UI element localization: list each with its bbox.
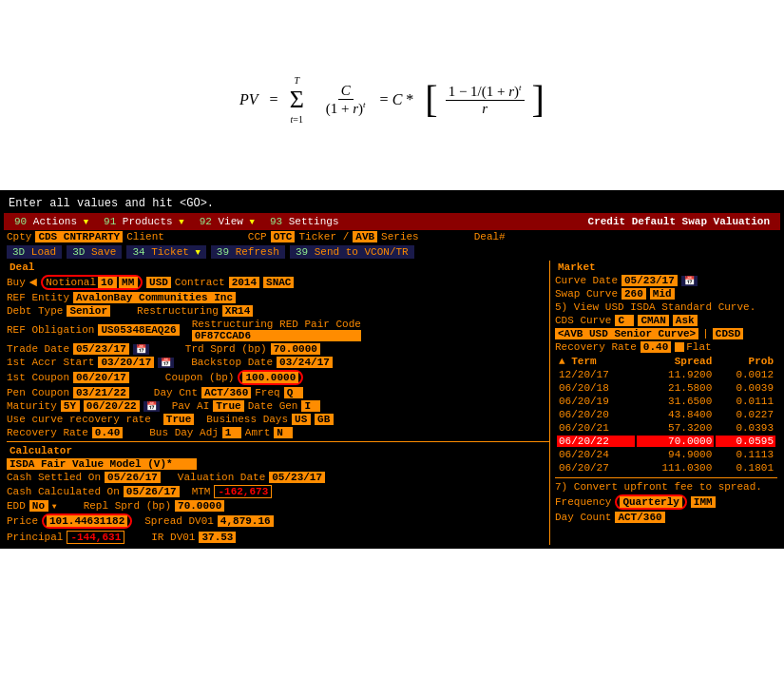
price-value[interactable]: 101.44631182 <box>47 515 127 527</box>
market-recovery-label: Recovery Rate <box>555 341 637 353</box>
view-isda-row: 5) View USD ISDA Standard Curve. <box>555 300 777 314</box>
ref-obligation-value[interactable]: US05348EAQ26 <box>98 324 179 336</box>
avb-curve-value[interactable]: <AVB USD Senior Curve> <box>555 328 698 339</box>
cash-calc-label: Cash Calculated On <box>7 486 120 497</box>
quarterly-box: Quarterly <box>615 494 686 510</box>
terminal: Enter all values and hit <GO>. 90 Action… <box>0 190 784 549</box>
curve-date-value[interactable]: 05/23/17 <box>621 275 678 286</box>
backstop-value[interactable]: 03/24/17 <box>277 357 333 368</box>
market-table: ▲ Term Spread Prob 12/20/17 11.9200 0.00… <box>555 354 777 475</box>
valuation-date-label: Valuation Date <box>178 472 265 483</box>
cds-curve-cman[interactable]: CMAN <box>638 315 668 326</box>
maturity-term[interactable]: 5Y <box>61 400 80 412</box>
mid-value[interactable]: Mid <box>650 288 675 300</box>
cash-settled-label: Cash Settled On <box>7 472 101 483</box>
bus-day-adj-value[interactable]: 1 <box>222 427 241 438</box>
menu-view[interactable]: 92 View ▼ <box>192 215 262 228</box>
prob-0: 0.0012 <box>716 369 775 380</box>
cal-icon-accr[interactable]: 📅 <box>158 358 174 368</box>
formula-display: PV = T Σ t=1 C (1 + r)t = C * [ 1 − 1/(1… <box>239 75 545 125</box>
cash-calc-value[interactable]: 05/26/17 <box>124 486 180 497</box>
edd-value[interactable]: No <box>29 500 48 512</box>
send-vcon-button[interactable]: 39 Send to VCON/TR <box>290 245 414 259</box>
first-accr-value[interactable]: 03/20/17 <box>98 357 154 368</box>
day-count-row: Day Count ACT/360 <box>555 511 777 524</box>
repl-sprd-value[interactable]: 70.0000 <box>175 500 224 512</box>
frequency-value[interactable]: Quarterly <box>620 496 681 508</box>
notional-value[interactable]: 10 <box>98 277 117 288</box>
cdsd-value[interactable]: CDSD <box>713 328 743 339</box>
cds-curve-c[interactable]: C <box>615 315 634 326</box>
market-recovery-value[interactable]: 0.40 <box>641 341 671 353</box>
trade-date-value[interactable]: 05/23/17 <box>73 343 129 355</box>
price-row: Price 101.44631182 Spread DV01 4,879.16 <box>7 513 549 530</box>
pen-coupon-value[interactable]: 03/21/22 <box>73 387 129 398</box>
coupon-value[interactable]: 100.0000 <box>242 372 298 383</box>
debt-type-value[interactable]: Senior <box>67 305 110 317</box>
cal-icon-trade[interactable]: 📅 <box>133 344 149 355</box>
cal-icon-mat[interactable]: 📅 <box>143 401 160 412</box>
market-recovery-row: Recovery Rate 0.40 Flat <box>555 340 777 354</box>
first-accr-label: 1st Accr Start <box>7 357 94 368</box>
valuation-date-value[interactable]: 05/23/17 <box>269 472 325 483</box>
model-value[interactable]: ISDA Fair Value Model (V)* <box>7 458 197 470</box>
recovery-value[interactable]: 0.40 <box>92 427 123 438</box>
cash-settled-value[interactable]: 05/26/17 <box>105 472 161 483</box>
market-row-3: 06/20/20 43.8400 0.0227 <box>557 409 775 420</box>
trd-sprd-value[interactable]: 70.0000 <box>271 343 320 355</box>
load-button[interactable]: 3D Load <box>7 245 62 259</box>
currency-value[interactable]: USD <box>146 277 171 288</box>
cpty-value[interactable]: CDS CNTRPARTY <box>35 231 123 242</box>
ref-entity-value[interactable]: AvalonBay Communities Inc <box>73 292 236 303</box>
backstop-label: Backstop Date <box>191 357 273 368</box>
date-gen-value[interactable]: I <box>301 400 320 412</box>
ccp-value[interactable]: OTC <box>271 231 296 242</box>
principal-value[interactable]: -144,631 <box>67 531 124 544</box>
snac-value[interactable]: SNAC <box>263 277 294 288</box>
use-curve-value[interactable]: True <box>163 414 194 425</box>
market-header: Market <box>555 261 777 274</box>
save-button[interactable]: 3D Save <box>67 245 122 259</box>
menu-products[interactable]: 91 Products ▼ <box>96 215 192 228</box>
convert-row: 7) Convert upfront fee to spread. <box>555 480 777 494</box>
ir-dv01-value[interactable]: 37.53 <box>199 532 236 543</box>
first-coupon-value[interactable]: 06/20/17 <box>73 372 129 383</box>
bullet-icon: ◄ <box>29 275 37 290</box>
cal-icon-curve[interactable]: 📅 <box>681 276 698 286</box>
imm-value[interactable]: IMM <box>691 496 716 508</box>
curve-date-label: Curve Date <box>555 275 618 286</box>
notional-label: Notional <box>46 277 96 288</box>
swap-curve-value[interactable]: 260 <box>621 288 646 300</box>
action-bar: 3D Load 3D Save 34 Ticket ▼ 39 Refresh 3… <box>4 243 780 261</box>
ref-obligation-label: REF Obligation <box>7 324 94 336</box>
spread-dv01-value[interactable]: 4,879.16 <box>218 515 274 527</box>
menu-settings[interactable]: 93 Settings <box>262 215 347 228</box>
spread-3: 43.8400 <box>637 409 715 420</box>
ticker-value[interactable]: AVB <box>353 231 377 242</box>
mtm-value[interactable]: -162,673 <box>214 485 272 498</box>
contract-value[interactable]: 2014 <box>229 277 259 288</box>
amrt-value[interactable]: N <box>274 427 293 438</box>
term-7: 06/20/27 <box>557 462 635 474</box>
menu-actions[interactable]: 90 Actions ▼ <box>7 215 96 228</box>
day-count-value[interactable]: ACT/360 <box>615 512 664 523</box>
prob-2: 0.0111 <box>716 396 775 407</box>
biz-days-gb[interactable]: GB <box>315 414 334 425</box>
view-isda-label[interactable]: 5) View USD ISDA Standard Curve. <box>555 301 755 313</box>
red-pair-code-value[interactable]: 0F87CCAD6 <box>192 330 361 341</box>
biz-days-us[interactable]: US <box>292 414 311 425</box>
maturity-date[interactable]: 06/20/22 <box>84 400 140 412</box>
deal-label: Deal# <box>474 231 506 242</box>
cds-curve-ask[interactable]: Ask <box>673 315 698 326</box>
ticket-button[interactable]: 34 Ticket ▼ <box>126 245 205 259</box>
refresh-button[interactable]: 39 Refresh <box>211 245 285 259</box>
restructuring-value[interactable]: XR14 <box>222 305 253 317</box>
freq-value[interactable]: Q <box>284 387 303 398</box>
notional-unit[interactable]: MM <box>119 277 138 288</box>
day-cnt-value[interactable]: ACT/360 <box>201 387 251 398</box>
flat-checkbox[interactable]: Flat <box>675 341 711 353</box>
first-coupon-label: 1st Coupon <box>7 372 69 383</box>
frequency-label: Frequency <box>555 496 611 508</box>
pav-ai-value[interactable]: True <box>213 400 243 412</box>
edd-arrow[interactable]: ▼ <box>52 502 57 511</box>
